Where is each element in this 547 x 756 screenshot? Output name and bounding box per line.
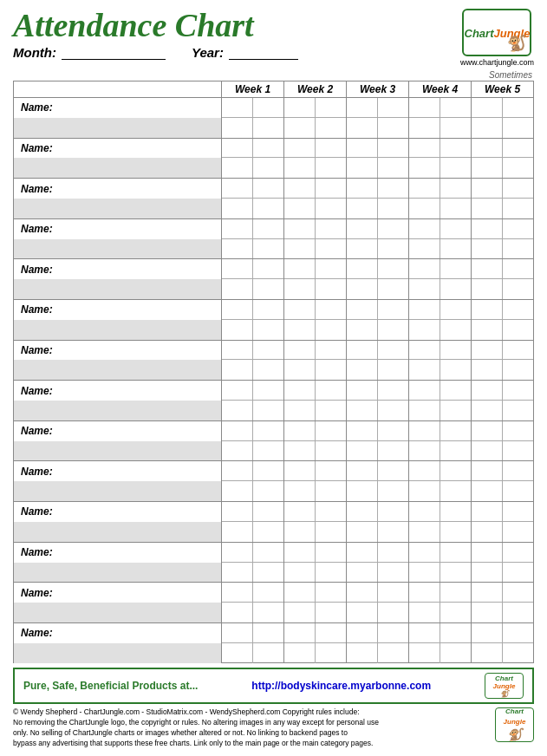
cell-w5-r12-3[interactable] [472,563,503,583]
cell-w2-r5-2[interactable] [316,259,347,279]
cell-w4-r12-4[interactable] [440,563,472,583]
cell-w1-r3-4[interactable] [253,199,284,218]
cell-w2-r7-1[interactable] [284,341,316,361]
cell-w2-r5-3[interactable] [284,279,316,299]
name-input-5[interactable] [14,279,221,299]
cell-w5-r3-1[interactable] [472,179,503,199]
cell-w2-r14-3[interactable] [284,643,316,663]
cell-w2-r12-1[interactable] [284,543,316,563]
cell-w4-r4-2[interactable] [440,219,472,239]
cell-w1-r11-4[interactable] [253,522,284,542]
cell-w4-r6-4[interactable] [440,320,472,340]
cell-w4-r8-2[interactable] [440,381,472,401]
cell-w3-r2-2[interactable] [378,139,409,159]
cell-w2-r4-2[interactable] [316,219,347,239]
cell-w5-r10-2[interactable] [503,461,534,481]
cell-w3-r13-4[interactable] [378,603,409,622]
cell-w1-r9-1[interactable] [222,421,253,441]
cell-w4-r6-1[interactable] [409,300,440,320]
cell-w4-r1-4[interactable] [440,118,472,138]
month-input[interactable] [62,46,166,60]
cell-w2-r11-1[interactable] [284,502,316,522]
cell-w2-r3-1[interactable] [284,179,316,199]
cell-w1-r12-3[interactable] [222,563,253,583]
cell-w4-r1-2[interactable] [440,98,472,118]
cell-w5-r2-3[interactable] [472,158,503,178]
cell-w4-r14-1[interactable] [409,623,440,643]
cell-w5-r6-2[interactable] [503,300,534,320]
cell-w3-r4-4[interactable] [378,239,409,259]
cell-w2-r11-3[interactable] [284,522,316,542]
cell-w3-r2-3[interactable] [347,158,378,178]
cell-w2-r6-3[interactable] [284,320,316,340]
cell-w5-r11-1[interactable] [472,502,503,522]
cell-w2-r10-4[interactable] [316,481,347,501]
cell-w4-r5-3[interactable] [409,279,440,299]
cell-w1-r6-2[interactable] [253,300,284,320]
cell-w1-r8-3[interactable] [222,401,253,420]
cell-w1-r14-4[interactable] [253,643,284,663]
cell-w3-r12-2[interactable] [378,543,409,563]
cell-w1-r2-3[interactable] [222,158,253,178]
cell-w2-r5-1[interactable] [284,259,316,279]
cell-w3-r1-2[interactable] [378,98,409,118]
cell-w2-r13-2[interactable] [316,583,347,603]
cell-w2-r10-2[interactable] [316,461,347,481]
cell-w3-r10-4[interactable] [378,481,409,501]
cell-w2-r4-1[interactable] [284,219,316,239]
cell-w4-r6-3[interactable] [409,320,440,340]
cell-w5-r10-1[interactable] [472,461,503,481]
cell-w3-r8-2[interactable] [378,381,409,401]
cell-w5-r9-3[interactable] [472,441,503,461]
cell-w2-r12-3[interactable] [284,563,316,583]
cell-w5-r2-4[interactable] [503,158,534,178]
cell-w3-r10-2[interactable] [378,461,409,481]
cell-w4-r10-1[interactable] [409,461,440,481]
cell-w4-r2-1[interactable] [409,139,440,159]
cell-w5-r6-4[interactable] [503,320,534,340]
cell-w1-r11-1[interactable] [222,502,253,522]
cell-w4-r10-2[interactable] [440,461,472,481]
cell-w4-r3-2[interactable] [440,179,472,199]
cell-w1-r14-2[interactable] [253,623,284,643]
cell-w1-r3-2[interactable] [253,179,284,199]
cell-w1-r13-3[interactable] [222,603,253,622]
cell-w1-r7-3[interactable] [222,360,253,380]
cell-w5-r5-4[interactable] [503,279,534,299]
cell-w4-r9-3[interactable] [409,441,440,461]
cell-w2-r14-1[interactable] [284,623,316,643]
cell-w2-r11-2[interactable] [316,502,347,522]
cell-w3-r14-1[interactable] [347,623,378,643]
cell-w1-r10-2[interactable] [253,461,284,481]
cell-w4-r14-4[interactable] [440,643,472,663]
cell-w4-r2-2[interactable] [440,139,472,159]
cell-w5-r14-2[interactable] [503,623,534,643]
cell-w5-r7-3[interactable] [472,360,503,380]
cell-w5-r1-2[interactable] [503,98,534,118]
cell-w1-r2-1[interactable] [222,139,253,159]
cell-w1-r7-1[interactable] [222,341,253,361]
cell-w3-r3-2[interactable] [378,179,409,199]
name-input-14[interactable] [14,643,221,663]
cell-w5-r1-4[interactable] [503,118,534,138]
cell-w2-r8-4[interactable] [316,401,347,420]
cell-w1-r5-2[interactable] [253,259,284,279]
cell-w3-r7-4[interactable] [378,360,409,380]
cell-w4-r12-3[interactable] [409,563,440,583]
cell-w5-r12-1[interactable] [472,543,503,563]
year-input[interactable] [229,46,298,60]
cell-w3-r11-1[interactable] [347,502,378,522]
cell-w1-r12-4[interactable] [253,563,284,583]
cell-w5-r8-1[interactable] [472,381,503,401]
cell-w2-r1-1[interactable] [284,98,316,118]
footer-ad-link[interactable]: http://bodyskincare.myarbonne.com [251,680,431,692]
cell-w5-r7-2[interactable] [503,341,534,361]
cell-w2-r13-4[interactable] [316,603,347,622]
cell-w1-r10-3[interactable] [222,481,253,501]
cell-w2-r9-1[interactable] [284,421,316,441]
name-input-13[interactable] [14,603,221,622]
cell-w5-r2-1[interactable] [472,139,503,159]
cell-w2-r7-4[interactable] [316,360,347,380]
cell-w1-r13-1[interactable] [222,583,253,603]
cell-w1-r8-1[interactable] [222,381,253,401]
